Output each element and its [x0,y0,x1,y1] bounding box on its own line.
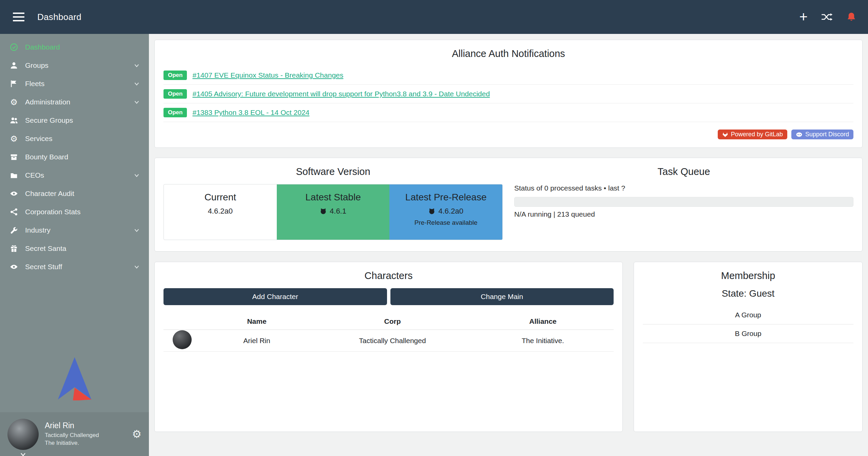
sidebar-item-secret-santa[interactable]: Secret Santa [0,239,149,258]
task-queue-title: Task Queue [514,166,853,177]
eye-icon [9,263,19,271]
notification-row: Open #1407 EVE Equinox Status - Breaking… [163,66,853,85]
status-badge: Open [163,108,187,117]
github-icon [320,208,327,215]
page-title: Dashboard [37,12,81,22]
sidebar-item-label: CEOs [25,171,44,179]
sidebar-item-groups[interactable]: Groups [0,56,149,75]
powered-by-gitlab-badge[interactable]: Powered by GitLab [718,130,787,139]
version-current: Current 4.6.2a0 [164,184,277,240]
version-value: 4.6.2a0 [208,207,233,216]
sidebar-item-label: Administration [25,98,70,106]
version-label: Current [164,192,277,203]
notification-link[interactable]: #1405 Advisory: Future development will … [192,90,490,98]
notification-link[interactable]: #1383 Python 3.8 EOL - 14 Oct 2024 [192,108,309,117]
task-queue-progressbar [514,197,853,207]
sidebar-item-label: Bounty Board [25,153,68,161]
bottom-row: Characters Add Character Change Main Nam… [154,262,863,432]
shuffle-icon[interactable] [821,12,833,22]
sidebar-item-label: Fleets [25,80,44,88]
main-content: Alliance Auth Notifications Open #1407 E… [149,34,868,456]
user-panel: Ariel Rin Tactically Challenged The Init… [0,412,149,456]
version-table: Current 4.6.2a0 Latest Stable 4.6.1 Late… [163,184,503,240]
navbar-actions: + [799,11,868,23]
support-discord-badge[interactable]: Support Discord [791,130,853,139]
flag-icon [9,80,19,88]
gitlab-icon [722,132,728,138]
share-icon [9,208,19,216]
table-header-portrait [163,314,201,330]
sidebar-item-label: Secret Santa [25,244,66,253]
characters-title: Characters [163,270,614,281]
membership-card: Membership State: Guest A Group B Group [634,262,863,432]
change-main-button[interactable]: Change Main [390,288,614,305]
membership-title: Membership [643,270,853,281]
sidebar-item-dashboard[interactable]: Dashboard [0,38,149,56]
user-alliance: The Initiative. [45,439,99,447]
table-header-name: Name [201,314,313,330]
add-icon[interactable]: + [799,11,808,23]
characters-actions: Add Character Change Main [163,288,614,305]
notification-link[interactable]: #1407 EVE Equinox Status - Breaking Chan… [192,71,343,79]
version-latest-stable: Latest Stable 4.6.1 [277,184,390,240]
sidebar-item-fleets[interactable]: Fleets [0,75,149,93]
version-value: 4.6.1 [330,207,346,216]
add-character-button[interactable]: Add Character [163,288,387,305]
status-badge: Open [163,71,187,80]
user-settings-gear-icon[interactable]: ⚙ [132,428,141,440]
sidebar-item-label: Secure Groups [25,116,73,124]
table-header-alliance: Alliance [472,314,614,330]
sidebar-item-industry[interactable]: Industry [0,221,149,239]
character-row[interactable]: Ariel Rin Tactically Challenged The Init… [163,330,614,352]
chevron-down-icon [133,80,140,87]
sidebar-item-ceos[interactable]: CEOs [0,166,149,184]
software-version-title: Software Version [163,166,503,177]
notifications-title: Alliance Auth Notifications [163,48,853,59]
version-value: 4.6.2a0 [438,207,463,216]
discord-icon [796,132,803,138]
chevron-down-icon [133,62,140,69]
notifications-bell-icon[interactable] [846,12,856,22]
sidebar-item-label: Services [25,135,53,143]
user-info: Ariel Rin Tactically Challenged The Init… [45,421,99,447]
folder-icon [9,171,19,179]
user-avatar[interactable] [7,419,39,450]
chevron-down-icon [133,99,140,105]
github-icon [428,208,435,215]
chevron-down-icon [133,227,140,234]
table-header-corp: Corp [313,314,472,330]
sidebar-item-administration[interactable]: ⚙ Administration [0,93,149,111]
character-name: Ariel Rin [201,330,313,352]
sidebar-item-bounty-board[interactable]: Bounty Board [0,148,149,166]
character-alliance: The Initiative. [472,330,614,352]
sidebar-item-label: Dashboard [25,43,60,51]
membership-state: State: Guest [643,288,853,299]
user-corp: Tactically Challenged [45,432,99,439]
gears-icon: ⚙ [9,98,19,106]
top-navbar: Dashboard + [0,0,868,34]
sidebar-item-secret-stuff[interactable]: Secret Stuff [0,258,149,276]
sidebar: Dashboard Groups Fleets ⚙ Administration [0,34,149,456]
chevron-down-icon [133,263,140,270]
sidebar-item-label: Industry [25,226,51,234]
sidebar-item-services[interactable]: ⚙ Services [0,130,149,148]
notifications-footer: Powered by GitLab Support Discord [163,130,853,139]
character-corp: Tactically Challenged [313,330,472,352]
chevron-down-icon [19,451,27,456]
sidebar-item-label: Corporation Stats [25,208,80,216]
sidebar-nav: Dashboard Groups Fleets ⚙ Administration [0,34,149,276]
gears-icon: ⚙ [9,135,19,143]
sidebar-item-character-audit[interactable]: Character Audit [0,184,149,203]
version-label: Latest Pre-Release [389,192,502,203]
version-latest-prerelease: Latest Pre-Release 4.6.2a0 Pre-Release a… [389,184,502,240]
sidebar-item-corporation-stats[interactable]: Corporation Stats [0,203,149,221]
software-version-card: Software Version Current 4.6.2a0 Latest … [154,158,863,252]
users-icon [9,116,19,124]
menu-icon[interactable] [13,13,24,21]
task-queue-info: N/A running | 213 queued [514,210,853,218]
sidebar-item-secure-groups[interactable]: Secure Groups [0,111,149,130]
alliance-logo [0,356,149,400]
character-portrait [173,330,192,349]
task-queue-status: Status of 0 processed tasks • last ? [514,184,853,192]
box-icon [9,153,19,161]
